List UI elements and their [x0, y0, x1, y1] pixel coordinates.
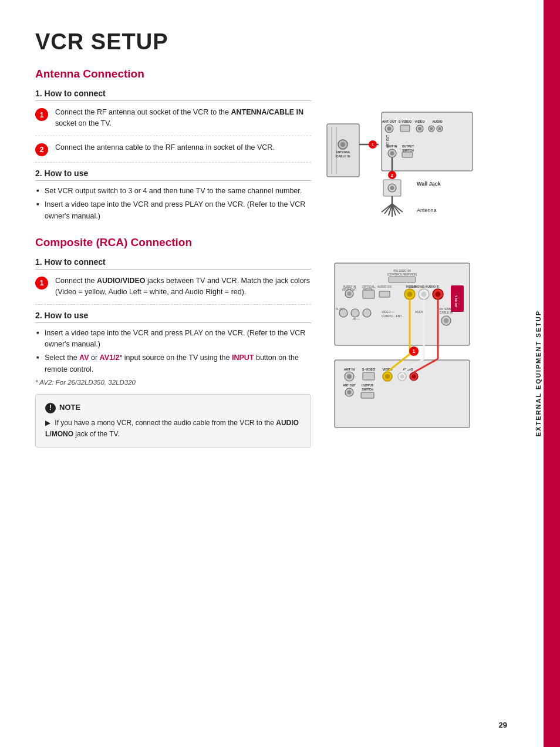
svg-point-103 [348, 390, 352, 394]
svg-text:ANT OUT: ANT OUT [382, 120, 397, 123]
svg-text:COMPO... ENT...: COMPO... ENT... [382, 314, 404, 318]
composite-two-col: 1. How to connect 1 Connect the AUDIO/VI… [35, 257, 487, 447]
svg-rect-50 [389, 277, 416, 282]
note-box: ! NOTE ▶ If you have a mono VCR, connect… [35, 394, 311, 447]
svg-text:Wall Jack: Wall Jack [417, 181, 441, 187]
svg-text:Antenna: Antenna [417, 207, 437, 213]
svg-point-68 [421, 291, 427, 297]
composite-step-1-num: 1 [35, 277, 48, 290]
svg-text:OUTPUT: OUTPUT [362, 383, 374, 387]
composite-instructions: 1. How to connect 1 Connect the AUDIO/VI… [35, 257, 311, 447]
svg-text:ANT OUT: ANT OUT [343, 383, 356, 387]
svg-text:AUDIO OU: AUDIO OU [377, 285, 392, 288]
svg-text:/CABLE IN: /CABLE IN [336, 154, 350, 158]
svg-text:LMONO·AUDIO-R: LMONO·AUDIO-R [412, 285, 439, 288]
antenna-connect-title: 1. How to connect [35, 89, 311, 101]
antenna-instructions: 1. How to connect 1 Connect the RF anten… [35, 89, 311, 230]
svg-text:OUTPUT: OUTPUT [402, 144, 414, 148]
antenna-step-1: 1 Connect the RF antenna out socket of t… [35, 107, 311, 136]
antenna-diagram-col: ANTENNA /CABLE IN 1 [323, 89, 487, 230]
svg-text:AUDIO: AUDIO [432, 120, 443, 123]
svg-text:SWITCH: SWITCH [362, 388, 373, 391]
svg-point-66 [407, 291, 413, 297]
antenna-step-2-num: 2 [35, 143, 48, 156]
sidebar-bar [544, 0, 560, 747]
composite-diagram: RS-232C IN (CONTROL/SERVICE) AUDIO IN (R… [323, 257, 487, 433]
svg-point-95 [385, 374, 390, 379]
antenna-section-title: Antenna Connection [35, 68, 487, 80]
antenna-step-2: 2 Connect the antenna cable to the RF an… [35, 142, 311, 163]
svg-text:SWITCH: SWITCH [402, 149, 414, 152]
svg-text:VIDEO: VIDEO [414, 120, 425, 123]
antenna-use-item-1: Set VCR output switch to 3 or 4 and then… [36, 186, 311, 197]
svg-text:CABLE IN: CABLE IN [440, 311, 453, 314]
antenna-use-list: Set VCR output switch to 3 or 4 and then… [36, 186, 311, 222]
svg-point-6 [340, 142, 345, 147]
composite-section-title: Composite (RCA) Connection [35, 236, 487, 249]
antenna-two-col: 1. How to connect 1 Connect the RF anten… [35, 89, 487, 230]
svg-rect-87 [335, 360, 470, 428]
svg-text:1: 1 [412, 348, 415, 354]
composite-footnote: * AV2: For 26/32LD350, 32LD320 [35, 379, 311, 386]
svg-rect-92 [363, 372, 375, 380]
svg-rect-64 [379, 291, 390, 297]
note-icon: ! [45, 403, 56, 413]
sidebar-right: EXTERNAL EQUIPMENT SETUP [517, 0, 560, 747]
composite-section: Composite (RCA) Connection 1. How to con… [35, 236, 487, 447]
composite-diagram-col: RS-232C IN (CONTROL/SERVICE) AUDIO IN (R… [323, 257, 487, 447]
antenna-step-1-text: Connect the RF antenna out socket of the… [55, 107, 311, 130]
svg-text:ANT IN: ANT IN [344, 368, 355, 371]
note-title: ! NOTE [45, 402, 301, 414]
svg-point-13 [387, 127, 392, 131]
composite-use-list: Insert a video tape into the VCR and pre… [36, 328, 311, 376]
svg-point-62 [348, 291, 352, 295]
svg-point-36 [390, 186, 394, 190]
svg-text:Pb —: Pb — [353, 317, 360, 321]
composite-connect-title: 1. How to connect [35, 257, 311, 270]
antenna-step-1-num: 1 [35, 108, 48, 121]
svg-rect-63 [363, 290, 375, 298]
page-number: 29 [499, 721, 507, 729]
antenna-use-item-2: Insert a video tape into the VCR and pre… [36, 199, 311, 222]
svg-text:(CONTROL/SERVICE): (CONTROL/SERVICE) [387, 272, 417, 276]
svg-rect-106 [361, 392, 374, 398]
svg-point-81 [444, 318, 448, 323]
antenna-step-2-text: Connect the antenna cable to the RF ante… [55, 142, 275, 153]
svg-text:2: 2 [391, 173, 394, 178]
svg-text:ANTENNA: ANTENNA [336, 150, 350, 154]
note-arrow: ▶ [45, 419, 50, 427]
note-text: ▶ If you have a mono VCR, connect the au… [45, 418, 301, 440]
svg-text:1: 1 [372, 142, 375, 147]
composite-use-item-2: Select the AV or AV1/2* input source on … [36, 352, 311, 375]
svg-point-73 [363, 309, 371, 317]
sidebar-label: EXTERNAL EQUIPMENT SETUP [535, 304, 542, 442]
page: VCR SETUP Antenna Connection 1. How to c… [0, 0, 560, 747]
svg-point-70 [436, 291, 441, 297]
svg-point-71 [339, 309, 348, 317]
svg-point-90 [347, 374, 352, 379]
svg-point-72 [351, 309, 359, 317]
composite-use-block: 2. How to use Insert a video tape into t… [35, 311, 311, 386]
antenna-svg: ANTENNA /CABLE IN 1 [326, 89, 484, 218]
svg-text:AV IN 1: AV IN 1 [454, 295, 458, 307]
svg-text:ANT CUT: ANT CUT [386, 135, 389, 148]
composite-use-item-1: Insert a video tape into the VCR and pre… [36, 328, 311, 351]
composite-step-1: 1 Connect the AUDIO/VIDEO jacks between … [35, 275, 311, 305]
composite-svg: RS-232C IN (CONTROL/SERVICE) AUDIO IN (R… [323, 257, 487, 433]
antenna-use-block: 2. How to use Set VCR output switch to 3… [35, 169, 311, 222]
svg-point-18 [418, 127, 421, 130]
svg-text:VIDEO —: VIDEO — [382, 310, 394, 314]
composite-use-title: 2. How to use [35, 311, 311, 323]
antenna-section: Antenna Connection 1. How to connect 1 C… [35, 68, 487, 230]
svg-point-22 [438, 127, 441, 130]
page-title: VCR SETUP [35, 29, 487, 55]
svg-point-97 [400, 374, 404, 378]
svg-point-99 [412, 374, 416, 378]
svg-rect-15 [400, 125, 410, 132]
antenna-use-title: 2. How to use [35, 169, 311, 181]
note-title-text: NOTE [59, 402, 80, 414]
svg-text:S-VIDEO: S-VIDEO [362, 368, 376, 371]
svg-rect-29 [402, 152, 413, 157]
svg-point-26 [390, 152, 394, 156]
main-content: VCR SETUP Antenna Connection 1. How to c… [0, 0, 517, 747]
